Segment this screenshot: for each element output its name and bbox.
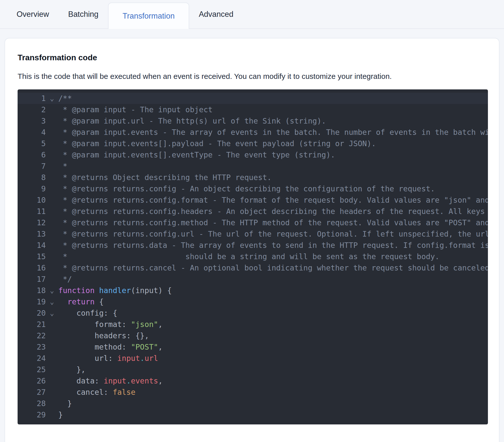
line-number: 15 <box>18 251 46 262</box>
code-line[interactable]: 3 * @param input.url - The http(s) url o… <box>18 115 488 127</box>
line-number: 9 <box>18 183 46 194</box>
code-text: * @returns returns.config.format - The f… <box>58 194 488 206</box>
line-number: 19 <box>18 296 46 307</box>
code-line[interactable]: 15 * should be a string and will be sent… <box>18 251 488 262</box>
line-number: 5 <box>18 138 46 149</box>
code-line[interactable]: 12 * @returns returns.config.method - Th… <box>18 217 488 228</box>
line-number: 25 <box>18 364 46 375</box>
code-line[interactable]: 6 * @param input.events[].eventType - Th… <box>18 149 488 160</box>
code-line[interactable]: 7 * <box>18 160 488 172</box>
tab-transformation[interactable]: Transformation <box>108 3 189 29</box>
code-line[interactable]: 4 * @param input.events - The array of e… <box>18 127 488 138</box>
code-line[interactable]: 18⌄function handler(input) { <box>18 285 488 296</box>
code-text: * @returns returns.cancel - An optional … <box>58 262 488 273</box>
code-text: * should be a string and will be sent as… <box>58 251 488 262</box>
code-token: * @returns Object describing the HTTP re… <box>58 173 272 182</box>
code-line[interactable]: 24 url: input.url <box>18 353 488 364</box>
line-number: 13 <box>18 228 46 240</box>
fold-spacer <box>46 104 58 115</box>
code-token: } <box>58 410 63 419</box>
code-token: * @returns returns.config.format - The f… <box>58 196 488 204</box>
code-text: function handler(input) { <box>58 285 488 296</box>
code-line[interactable]: 28 } <box>18 398 488 409</box>
code-token: } <box>58 399 72 408</box>
fold-spacer <box>46 386 58 398</box>
code-token: method: <box>58 343 131 351</box>
line-number: 24 <box>18 353 46 364</box>
fold-spacer <box>46 228 58 240</box>
code-line[interactable]: 11 * @returns returns.config.headers - A… <box>18 206 488 217</box>
code-text: config: { <box>58 307 488 319</box>
panel-title: Transformation code <box>18 53 488 62</box>
code-text: } <box>58 398 488 409</box>
chevron-down-icon[interactable]: ⌄ <box>46 285 58 296</box>
code-line[interactable]: 23 method: "POST", <box>18 341 488 353</box>
code-text: * @returns returns.data - The array of e… <box>58 240 488 251</box>
code-text: * @param input - The input object <box>58 104 488 115</box>
code-editor[interactable]: 1⌄/**2 * @param input - The input object… <box>18 89 488 424</box>
code-line[interactable]: 5 * @param input.events[].payload - The … <box>18 138 488 149</box>
fold-spacer <box>46 341 58 353</box>
code-line[interactable]: 13 * @returns returns.config.url - The u… <box>18 228 488 240</box>
fold-spacer <box>46 319 58 330</box>
line-number: 16 <box>18 262 46 273</box>
tab-advanced[interactable]: Advanced <box>189 0 243 28</box>
fold-spacer <box>46 172 58 183</box>
code-token: /** <box>58 94 72 103</box>
code-text: * @returns Object describing the HTTP re… <box>58 172 488 183</box>
chevron-down-icon[interactable]: ⌄ <box>46 93 58 104</box>
code-line[interactable]: 2 * @param input - The input object <box>18 104 488 115</box>
code-token: }, <box>58 365 85 374</box>
code-token: * @param input.events[].payload - The ev… <box>58 139 376 148</box>
code-token: * @returns returns.cancel - An optional … <box>58 263 488 272</box>
chevron-down-icon[interactable]: ⌄ <box>46 307 58 319</box>
tab-overview[interactable]: Overview <box>7 0 59 28</box>
code-token: * @returns returns.config.headers - An o… <box>58 207 488 216</box>
code-line[interactable]: 27 cancel: false <box>18 386 488 398</box>
code-line[interactable]: 19⌄ return { <box>18 296 488 307</box>
code-line[interactable]: 9 * @returns returns.config - An object … <box>18 183 488 194</box>
line-number: 14 <box>18 240 46 251</box>
line-number: 8 <box>18 172 46 183</box>
fold-spacer <box>46 364 58 375</box>
tab-batching[interactable]: Batching <box>59 0 108 28</box>
code-text: * @returns returns.config.method - The H… <box>58 217 488 228</box>
code-line[interactable]: 17 */ <box>18 273 488 285</box>
transformation-panel: Transformation code This is the code tha… <box>5 38 499 442</box>
code-line[interactable]: 16 * @returns returns.cancel - An option… <box>18 262 488 273</box>
code-line[interactable]: 8 * @returns Object describing the HTTP … <box>18 172 488 183</box>
code-text: * @returns returns.config.headers - An o… <box>58 206 488 217</box>
code-line[interactable]: 1⌄/** <box>18 93 488 104</box>
fold-spacer <box>46 409 58 420</box>
fold-spacer <box>46 160 58 172</box>
code-text: url: input.url <box>58 353 488 364</box>
code-line[interactable]: 10 * @returns returns.config.format - Th… <box>18 194 488 206</box>
fold-spacer <box>46 375 58 386</box>
code-text: /** <box>58 93 488 104</box>
code-token: config: { <box>58 309 117 317</box>
code-token: . <box>126 376 131 385</box>
line-number: 20 <box>18 307 46 319</box>
code-line[interactable]: 22 headers: {}, <box>18 330 488 341</box>
code-token: input <box>104 376 126 385</box>
fold-spacer <box>46 183 58 194</box>
code-token: . <box>140 354 144 363</box>
chevron-down-icon[interactable]: ⌄ <box>46 296 58 307</box>
code-line[interactable]: 25 }, <box>18 364 488 375</box>
line-number: 11 <box>18 206 46 217</box>
code-token: * @param input.events - The array of eve… <box>58 128 488 137</box>
code-text: * @param input.url - The http(s) url of … <box>58 115 488 127</box>
code-text: headers: {}, <box>58 330 488 341</box>
code-line[interactable]: 20⌄ config: { <box>18 307 488 319</box>
code-line[interactable]: 21 format: "json", <box>18 319 488 330</box>
code-text: * @param input.events[].eventType - The … <box>58 149 488 160</box>
line-number: 17 <box>18 273 46 285</box>
code-line[interactable]: 14 * @returns returns.data - The array o… <box>18 240 488 251</box>
line-number: 4 <box>18 127 46 138</box>
code-text: * @returns returns.config.url - The url … <box>58 228 488 240</box>
code-line[interactable]: 29} <box>18 409 488 420</box>
code-text: data: input.events, <box>58 375 488 386</box>
code-line[interactable]: 26 data: input.events, <box>18 375 488 386</box>
code-token: events <box>131 376 158 385</box>
code-token: headers: {}, <box>58 331 149 340</box>
